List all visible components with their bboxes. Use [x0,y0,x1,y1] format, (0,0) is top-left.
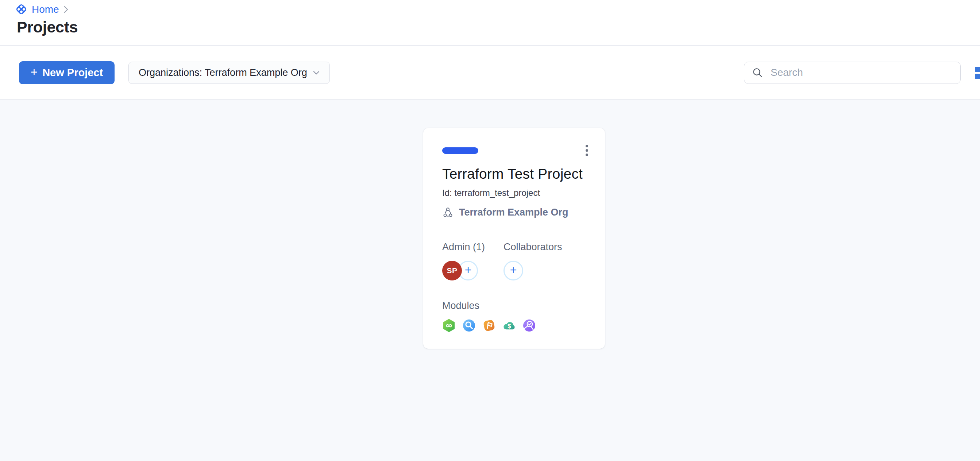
chevron-right-icon [64,6,68,13]
project-id: Id: terraform_test_project [442,188,589,198]
admin-column: Admin (1) SP + [442,242,503,281]
modules-row: ∞ [442,319,589,332]
grid-square [975,74,980,79]
cloud-cost-module-icon[interactable]: $ [503,319,516,332]
grid-view-toggle-icon[interactable] [975,67,980,80]
collaborators-label: Collaborators [503,242,562,253]
projects-grid-area: Terraform Test Project Id: terraform_tes… [0,100,980,461]
app-logo-icon [15,3,28,16]
modules-label: Modules [442,300,589,312]
admin-avatar[interactable]: SP [442,261,462,280]
search-icon [752,67,763,79]
add-collaborator-button[interactable]: + [503,261,523,280]
card-kebab-menu-icon[interactable] [585,144,589,157]
flag-module-icon[interactable] [482,319,496,332]
organization-icon [442,207,453,218]
search [744,62,961,84]
new-project-button[interactable]: + New Project [19,61,115,84]
search-input[interactable] [744,62,961,84]
admin-label: Admin (1) [442,242,503,253]
new-project-button-label: New Project [42,67,103,79]
page-header: Home Projects [0,0,980,46]
project-color-pill [442,147,478,154]
people-section: Admin (1) SP + Collaborators + [442,242,589,281]
collaborators-column: Collaborators + [503,242,562,281]
project-organization[interactable]: Terraform Example Org [442,207,589,218]
project-card[interactable]: Terraform Test Project Id: terraform_tes… [423,128,605,349]
toolbar: + New Project Organizations: Terraform E… [0,46,980,100]
project-name: Terraform Test Project [442,166,589,182]
breadcrumb-home-link[interactable]: Home [32,4,59,15]
organizations-filter-dropdown[interactable]: Organizations: Terraform Example Org [129,62,330,84]
chevron-down-icon [313,71,320,75]
governance-check-module-icon[interactable] [522,319,536,332]
page-title: Projects [17,18,78,36]
search-inspect-module-icon[interactable] [462,319,476,332]
svg-text:∞: ∞ [446,320,452,330]
plus-icon: + [31,66,38,78]
breadcrumb: Home [15,3,68,16]
organization-name: Terraform Example Org [459,207,568,218]
infinity-pipelines-module-icon[interactable]: ∞ [442,319,456,332]
grid-square [975,67,980,72]
organizations-filter-value: Organizations: Terraform Example Org [138,67,307,78]
svg-text:$: $ [508,323,511,330]
